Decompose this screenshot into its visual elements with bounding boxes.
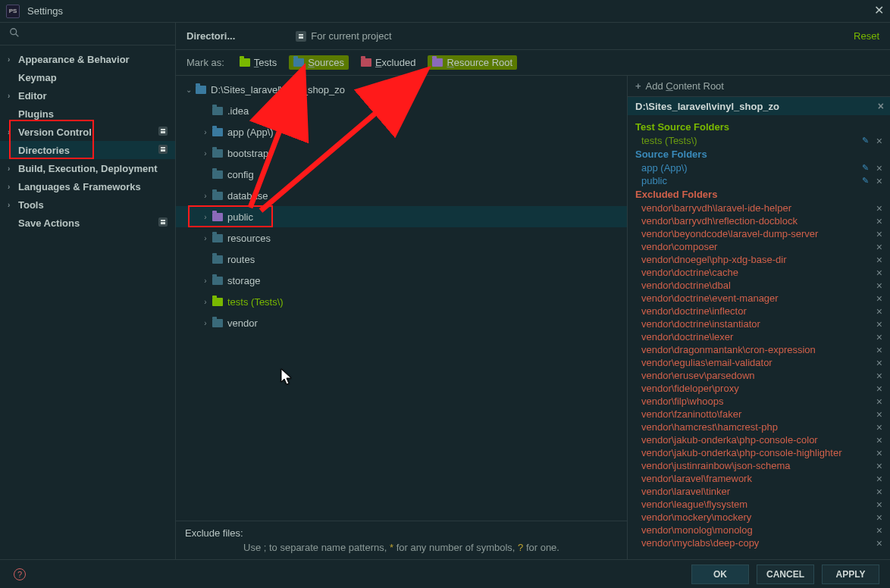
remove-icon[interactable]: × [876,499,882,511]
folder-row[interactable]: vendor\myclabs\deep-copy× [628,536,890,549]
folder-row[interactable]: vendor\fzaninotto\faker× [628,408,890,421]
remove-icon[interactable]: × [876,357,882,369]
folder-row[interactable]: vendor\filp\whoops× [628,395,890,408]
tree-item[interactable]: ›resources [176,227,627,249]
remove-icon[interactable]: × [876,254,882,266]
folder-row[interactable]: app (App\)✎× [628,161,890,174]
tree-item[interactable]: ›app (App\) [176,121,627,142]
folder-row[interactable]: vendor\doctrine\dbal× [628,279,890,292]
folder-row[interactable]: vendor\barryvdh\laravel-ide-helper× [628,202,890,214]
remove-icon[interactable]: × [876,408,882,421]
remove-root-icon[interactable]: × [878,100,884,112]
remove-icon[interactable]: × [876,175,882,187]
sidebar-item-tools[interactable]: ›Tools [0,195,175,214]
remove-icon[interactable]: × [876,241,882,253]
tree-item[interactable]: routes [176,249,627,270]
remove-icon[interactable]: × [876,537,882,549]
mark-tests-button[interactable]: Tests [235,55,281,70]
apply-button[interactable]: APPLY [822,565,879,584]
directory-tree[interactable]: ⌄D:\Sites_laravel\vinyl_shop_zo.idea›app… [176,76,627,521]
cancel-button[interactable]: CANCEL [757,565,814,584]
sidebar-item-languages-frameworks[interactable]: ›Languages & Frameworks [0,177,175,195]
add-content-root-button[interactable]: + Add Content Root [628,76,890,97]
remove-icon[interactable]: × [876,421,882,433]
mark-excluded-button[interactable]: Excluded [356,55,420,70]
ok-button[interactable]: OK [691,565,749,584]
tree-item[interactable]: ›public [176,206,627,227]
folder-row[interactable]: vendor\monolog\monolog× [628,524,890,536]
folder-row[interactable]: vendor\laravel\tinker× [628,485,890,498]
remove-icon[interactable]: × [876,292,882,305]
edit-icon[interactable]: ✎ [862,176,869,186]
sidebar-item-directories[interactable]: Directories [0,141,175,159]
folder-row[interactable]: vendor\doctrine\inflector× [628,305,890,317]
folder-row[interactable]: vendor\doctrine\cache× [628,266,890,279]
sidebar-item-version-control[interactable]: ›Version Control [0,123,175,141]
tree-item[interactable]: ›tests (Tests\) [176,291,627,312]
folder-row[interactable]: vendor\egulias\email-validator× [628,356,890,369]
tree-item[interactable]: .idea [176,100,627,121]
sidebar-item-editor[interactable]: ›Editor [0,86,175,105]
folder-row[interactable]: vendor\mockery\mockery× [628,511,890,524]
help-icon[interactable]: ? [14,568,26,580]
sidebar-item-build-execution-deployment[interactable]: ›Build, Execution, Deployment [0,159,175,177]
remove-icon[interactable]: × [876,344,882,356]
mark-sources-button[interactable]: Sources [289,55,349,70]
remove-icon[interactable]: × [876,524,882,536]
tree-item[interactable]: ›storage [176,270,627,291]
remove-icon[interactable]: × [876,460,882,472]
tree-item[interactable]: ⌄D:\Sites_laravel\vinyl_shop_zo [176,79,627,100]
sidebar-item-keymap[interactable]: Keymap [0,68,175,86]
folder-row[interactable]: tests (Tests\)✎× [628,134,890,147]
remove-icon[interactable]: × [876,162,882,174]
sidebar-item-appearance-behavior[interactable]: ›Appearance & Behavior [0,50,175,68]
remove-icon[interactable]: × [876,215,882,227]
folder-row[interactable]: vendor\beyondcode\laravel-dump-server× [628,227,890,240]
folder-row[interactable]: vendor\jakub-onderka\php-console-color× [628,433,890,446]
remove-icon[interactable]: × [876,370,882,382]
search-row[interactable] [0,23,175,45]
remove-icon[interactable]: × [876,331,882,343]
remove-icon[interactable]: × [876,135,882,147]
remove-icon[interactable]: × [876,434,882,446]
remove-icon[interactable]: × [876,318,882,330]
folder-row[interactable]: vendor\justinrainbow\json-schema× [628,459,890,472]
folder-row[interactable]: vendor\laravel\framework× [628,472,890,485]
folder-row[interactable]: vendor\hamcrest\hamcrest-php× [628,421,890,433]
remove-icon[interactable]: × [876,305,882,317]
content-root-path[interactable]: D:\Sites_laravel\vinyl_shop_zo × [628,97,890,115]
folder-row[interactable]: vendor\fideloper\proxy× [628,382,890,395]
remove-icon[interactable]: × [876,267,882,279]
remove-icon[interactable]: × [876,511,882,524]
mark-resource-root-button[interactable]: Resource Root [428,55,517,70]
remove-icon[interactable]: × [876,383,882,395]
folder-row[interactable]: vendor\doctrine\event-manager× [628,292,890,305]
remove-icon[interactable]: × [876,473,882,485]
remove-icon[interactable]: × [876,447,882,459]
folder-row[interactable]: vendor\league\flysystem× [628,498,890,511]
folder-row[interactable]: vendor\dnoegel\php-xdg-base-dir× [628,253,890,266]
folder-row[interactable]: vendor\dragonmantank\cron-expression× [628,343,890,356]
remove-icon[interactable]: × [876,486,882,498]
reset-link[interactable]: Reset [854,30,879,42]
folder-row[interactable]: vendor\doctrine\lexer× [628,330,890,343]
sidebar-item-save-actions[interactable]: Save Actions [0,214,175,232]
folder-row[interactable]: public✎× [628,174,890,187]
folder-row[interactable]: vendor\composer× [628,240,890,253]
remove-icon[interactable]: × [876,396,882,408]
folder-row[interactable]: vendor\jakub-onderka\php-console-highlig… [628,446,890,459]
remove-icon[interactable]: × [876,228,882,240]
tree-item[interactable]: ›bootstrap [176,142,627,164]
edit-icon[interactable]: ✎ [862,136,869,145]
folder-row[interactable]: vendor\erusev\parsedown× [628,369,890,382]
sidebar-item-plugins[interactable]: Plugins [0,105,175,123]
folder-row[interactable]: vendor\barryvdh\reflection-docblock× [628,214,890,227]
edit-icon[interactable]: ✎ [862,163,869,173]
tree-item[interactable]: config [176,164,627,185]
close-button[interactable]: ✕ [874,5,884,17]
tree-item[interactable]: ›database [176,185,627,206]
remove-icon[interactable]: × [876,202,882,214]
tree-item[interactable]: ›vendor [176,312,627,333]
folder-row[interactable]: vendor\doctrine\instantiator× [628,317,890,330]
remove-icon[interactable]: × [876,280,882,292]
